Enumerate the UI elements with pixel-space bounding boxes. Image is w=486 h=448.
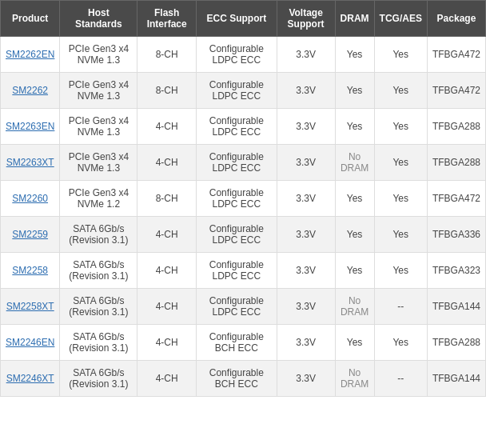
voltage-support-cell: 3.3V — [277, 37, 335, 73]
flash-interface-cell: 4-CH — [137, 109, 197, 145]
dram-cell: Yes — [335, 37, 374, 73]
host-standards-cell: SATA 6Gb/s (Revision 3.1) — [60, 361, 137, 397]
table-row: SM2260PCIe Gen3 x4 NVMe 1.28-CHConfigura… — [1, 181, 486, 217]
voltage-support-cell: 3.3V — [277, 361, 335, 397]
package-cell: TFBGA336 — [427, 217, 485, 253]
host-standards-cell: PCIe Gen3 x4 NVMe 1.3 — [60, 145, 137, 181]
tcg-aes-cell: Yes — [374, 73, 427, 109]
flash-interface-cell: 4-CH — [137, 217, 197, 253]
product-link[interactable]: SM2260 — [1, 181, 60, 217]
dram-cell: Yes — [335, 217, 374, 253]
flash-interface-cell: 8-CH — [137, 37, 197, 73]
flash-interface-cell: 8-CH — [137, 181, 197, 217]
table-row: SM2263XTPCIe Gen3 x4 NVMe 1.34-CHConfigu… — [1, 145, 486, 181]
table-row: SM2259SATA 6Gb/s (Revision 3.1)4-CHConfi… — [1, 217, 486, 253]
ecc-support-cell: Configurable BCH ECC — [197, 361, 277, 397]
col-header-dram: DRAM — [335, 1, 374, 37]
product-link[interactable]: SM2263EN — [1, 109, 60, 145]
table-body: SM2262ENPCIe Gen3 x4 NVMe 1.38-CHConfigu… — [1, 37, 486, 397]
product-link[interactable]: SM2246XT — [1, 361, 60, 397]
tcg-aes-cell: -- — [374, 289, 427, 325]
flash-interface-cell: 4-CH — [137, 325, 197, 361]
voltage-support-cell: 3.3V — [277, 289, 335, 325]
table-row: SM2258SATA 6Gb/s (Revision 3.1)4-CHConfi… — [1, 253, 486, 289]
package-cell: TFBGA288 — [427, 325, 485, 361]
package-cell: TFBGA144 — [427, 289, 485, 325]
tcg-aes-cell: Yes — [374, 217, 427, 253]
product-link[interactable]: SM2262EN — [1, 37, 60, 73]
flash-interface-cell: 4-CH — [137, 361, 197, 397]
product-link[interactable]: SM2258 — [1, 253, 60, 289]
ecc-support-cell: Configurable LDPC ECC — [197, 217, 277, 253]
dram-cell: Yes — [335, 109, 374, 145]
voltage-support-cell: 3.3V — [277, 73, 335, 109]
package-cell: TFBGA472 — [427, 37, 485, 73]
ecc-support-cell: Configurable LDPC ECC — [197, 37, 277, 73]
col-header-flash-interface: Flash Interface — [137, 1, 197, 37]
dram-cell: Yes — [335, 73, 374, 109]
host-standards-cell: PCIe Gen3 x4 NVMe 1.2 — [60, 181, 137, 217]
product-link[interactable]: SM2259 — [1, 217, 60, 253]
voltage-support-cell: 3.3V — [277, 145, 335, 181]
voltage-support-cell: 3.3V — [277, 325, 335, 361]
ecc-support-cell: Configurable LDPC ECC — [197, 181, 277, 217]
voltage-support-cell: 3.3V — [277, 109, 335, 145]
host-standards-cell: SATA 6Gb/s (Revision 3.1) — [60, 325, 137, 361]
dram-cell: Yes — [335, 181, 374, 217]
host-standards-cell: PCIe Gen3 x4 NVMe 1.3 — [60, 73, 137, 109]
product-link[interactable]: SM2263XT — [1, 145, 60, 181]
host-standards-cell: SATA 6Gb/s (Revision 3.1) — [60, 289, 137, 325]
package-cell: TFBGA323 — [427, 253, 485, 289]
dram-cell: Yes — [335, 253, 374, 289]
dram-cell: NoDRAM — [335, 361, 374, 397]
col-header-tcg-aes: TCG/AES — [374, 1, 427, 37]
package-cell: TFBGA288 — [427, 145, 485, 181]
tcg-aes-cell: Yes — [374, 145, 427, 181]
tcg-aes-cell: Yes — [374, 181, 427, 217]
voltage-support-cell: 3.3V — [277, 217, 335, 253]
product-link[interactable]: SM2262 — [1, 73, 60, 109]
ecc-support-cell: Configurable LDPC ECC — [197, 289, 277, 325]
dram-cell: NoDRAM — [335, 289, 374, 325]
voltage-support-cell: 3.3V — [277, 181, 335, 217]
host-standards-cell: PCIe Gen3 x4 NVMe 1.3 — [60, 37, 137, 73]
dram-cell: Yes — [335, 325, 374, 361]
flash-interface-cell: 4-CH — [137, 145, 197, 181]
host-standards-cell: SATA 6Gb/s (Revision 3.1) — [60, 217, 137, 253]
host-standards-cell: PCIe Gen3 x4 NVMe 1.3 — [60, 109, 137, 145]
col-header-product: Product — [1, 1, 60, 37]
ecc-support-cell: Configurable LDPC ECC — [197, 73, 277, 109]
product-table: Product Host Standards Flash Interface E… — [0, 0, 486, 397]
table-row: SM2246ENSATA 6Gb/s (Revision 3.1)4-CHCon… — [1, 325, 486, 361]
tcg-aes-cell: Yes — [374, 325, 427, 361]
tcg-aes-cell: Yes — [374, 253, 427, 289]
col-header-voltage-support: Voltage Support — [277, 1, 335, 37]
tcg-aes-cell: Yes — [374, 109, 427, 145]
ecc-support-cell: Configurable LDPC ECC — [197, 145, 277, 181]
header-row: Product Host Standards Flash Interface E… — [1, 1, 486, 37]
flash-interface-cell: 4-CH — [137, 253, 197, 289]
table-row: SM2262ENPCIe Gen3 x4 NVMe 1.38-CHConfigu… — [1, 37, 486, 73]
tcg-aes-cell: Yes — [374, 37, 427, 73]
package-cell: TFBGA472 — [427, 181, 485, 217]
tcg-aes-cell: -- — [374, 361, 427, 397]
package-cell: TFBGA288 — [427, 109, 485, 145]
col-header-package: Package — [427, 1, 485, 37]
table-row: SM2258XTSATA 6Gb/s (Revision 3.1)4-CHCon… — [1, 289, 486, 325]
package-cell: TFBGA144 — [427, 361, 485, 397]
voltage-support-cell: 3.3V — [277, 253, 335, 289]
ecc-support-cell: Configurable LDPC ECC — [197, 109, 277, 145]
product-link[interactable]: SM2246EN — [1, 325, 60, 361]
col-header-host-standards: Host Standards — [60, 1, 137, 37]
table-row: SM2262PCIe Gen3 x4 NVMe 1.38-CHConfigura… — [1, 73, 486, 109]
col-header-ecc-support: ECC Support — [197, 1, 277, 37]
ecc-support-cell: Configurable LDPC ECC — [197, 253, 277, 289]
ecc-support-cell: Configurable BCH ECC — [197, 325, 277, 361]
table-row: SM2246XTSATA 6Gb/s (Revision 3.1)4-CHCon… — [1, 361, 486, 397]
table-row: SM2263ENPCIe Gen3 x4 NVMe 1.34-CHConfigu… — [1, 109, 486, 145]
product-link[interactable]: SM2258XT — [1, 289, 60, 325]
package-cell: TFBGA472 — [427, 73, 485, 109]
dram-cell: NoDRAM — [335, 145, 374, 181]
flash-interface-cell: 8-CH — [137, 73, 197, 109]
flash-interface-cell: 4-CH — [137, 289, 197, 325]
